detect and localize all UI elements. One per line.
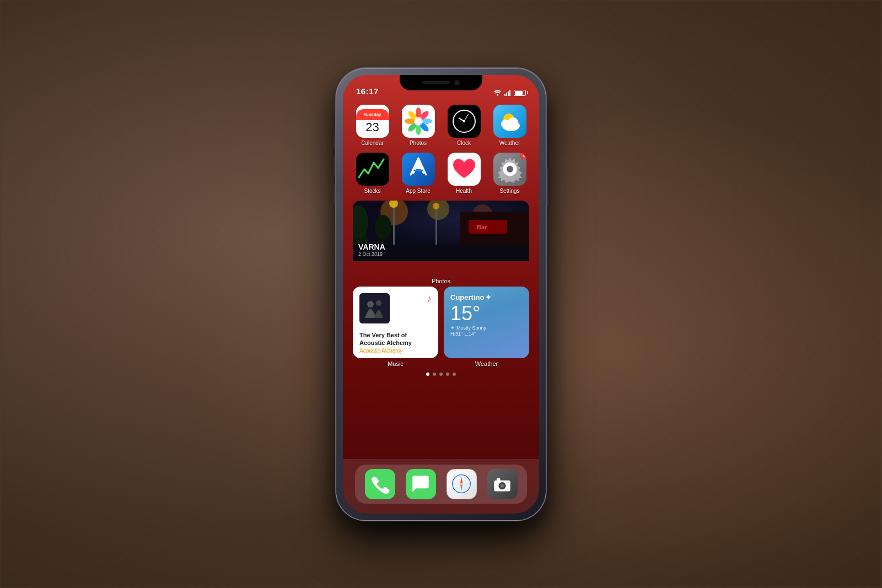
iphone-frame: 16:17 (336, 68, 546, 520)
svg-point-42 (376, 300, 381, 306)
svg-point-0 (497, 94, 498, 95)
svg-rect-33 (469, 220, 507, 234)
music-header: ♪ (359, 293, 432, 323)
location-icon (486, 294, 491, 300)
dock-safari[interactable] (447, 469, 477, 499)
stocks-svg (356, 153, 389, 186)
calendar-date: 23 (365, 121, 379, 133)
phone-icon (370, 474, 390, 494)
app-item-weather[interactable]: Weather (490, 105, 529, 146)
weather-city: Cupertino (450, 293, 523, 301)
dock (343, 459, 539, 514)
mute-button[interactable] (335, 134, 336, 148)
stocks-label: Stocks (364, 188, 380, 194)
dock-inner (355, 465, 527, 504)
camera-icon (492, 474, 512, 494)
svg-rect-2 (506, 93, 507, 96)
photos-widget-image: Bar VARNA 2 Oct 201 (353, 201, 529, 261)
health-svg (448, 153, 481, 186)
svg-rect-52 (497, 478, 501, 481)
home-screen: Tuesday 23 Calendar (343, 99, 539, 514)
svg-rect-1 (504, 94, 505, 96)
weather-hi-lo: H:31° L:14° (450, 331, 523, 337)
varna-overlay: VARNA 2 Oct 2019 (358, 242, 385, 257)
app-item-stocks[interactable]: Stocks (353, 153, 392, 194)
page-dot-4[interactable] (446, 373, 449, 376)
health-icon (448, 153, 481, 186)
page-dot-1[interactable] (426, 373, 429, 376)
messages-icon (411, 474, 431, 494)
svg-point-31 (375, 215, 391, 239)
notch (400, 75, 482, 90)
calendar-day: Tuesday (356, 109, 389, 120)
app-item-health[interactable]: Health (444, 153, 483, 194)
page-dot-3[interactable] (439, 373, 443, 376)
svg-point-53 (507, 482, 508, 483)
svg-point-23 (507, 166, 513, 172)
photos-icon (402, 105, 435, 138)
app-item-clock[interactable]: Clock (444, 105, 483, 146)
volume-up-button[interactable] (335, 157, 336, 176)
appstore-svg (402, 153, 435, 186)
svg-text:Bar: Bar (477, 224, 487, 230)
app-grid-row2: Stocks (353, 153, 529, 194)
app-grid-row1: Tuesday 23 Calendar (353, 105, 529, 146)
svg-point-51 (501, 484, 503, 487)
app-item-appstore[interactable]: App Store (399, 153, 438, 194)
wifi-icon (493, 90, 502, 96)
battery-fill (515, 91, 523, 95)
weather-condition: ☀ Mostly Sunny (450, 325, 523, 331)
photos-label: Photos (410, 140, 427, 146)
power-button[interactable] (546, 168, 547, 206)
svg-rect-3 (508, 91, 509, 96)
svg-point-18 (508, 117, 518, 127)
calendar-icon: Tuesday 23 (356, 105, 389, 138)
music-note-icon: ♪ (427, 293, 432, 305)
signal-icon (504, 90, 511, 96)
weather-widget[interactable]: Cupertino 15° ☀ Mostly Sunny (444, 287, 529, 358)
app-item-photos[interactable]: Photos (399, 105, 438, 146)
appstore-label: App Store (406, 188, 430, 194)
music-artist: Acoustic Alchemy (359, 348, 432, 354)
music-title: The Very Best of Acoustic Alchemy (359, 331, 432, 347)
health-label: Health (456, 188, 472, 194)
weather-widget-container: Cupertino 15° ☀ Mostly Sunny (444, 287, 529, 367)
status-icons (493, 90, 526, 96)
varna-name: VARNA (358, 242, 385, 251)
page-dot-5[interactable] (453, 373, 456, 376)
photos-widget-label: Photos (353, 278, 529, 284)
app-item-settings[interactable]: 2 Settings (490, 153, 529, 194)
music-widget-label: Music (353, 360, 438, 367)
clock-face (453, 110, 476, 133)
weather-widget-label: Weather (444, 360, 529, 367)
status-time: 16:17 (356, 87, 379, 96)
svg-rect-4 (509, 90, 510, 96)
svg-point-14 (414, 117, 423, 126)
speaker (422, 81, 450, 84)
weather-icon (493, 105, 526, 138)
varna-date: 2 Oct 2019 (358, 251, 385, 257)
volume-down-button[interactable] (335, 184, 336, 203)
page-dot-2[interactable] (433, 373, 436, 376)
clock-icon (448, 105, 481, 138)
safari-icon (451, 474, 471, 494)
settings-icon: 2 (493, 153, 526, 186)
battery-icon (514, 90, 526, 96)
weather-label: Weather (499, 140, 520, 146)
svg-rect-40 (359, 293, 390, 323)
album-art-svg (359, 293, 390, 323)
music-widget-container: ♪ The Very Best of Acoustic Alchemy Acou… (353, 287, 438, 367)
clock-center (463, 120, 465, 122)
photos-svg (402, 105, 435, 138)
svg-point-39 (433, 203, 439, 209)
dock-phone[interactable] (365, 469, 395, 499)
music-widget[interactable]: ♪ The Very Best of Acoustic Alchemy Acou… (353, 287, 438, 358)
photos-widget[interactable]: Bar VARNA 2 Oct 201 (353, 201, 529, 272)
calendar-label: Calendar (361, 140, 384, 146)
photos-widget-container: Bar VARNA 2 Oct 201 (353, 201, 529, 284)
front-camera (454, 80, 460, 85)
dock-messages[interactable] (406, 469, 436, 499)
dock-camera[interactable] (487, 469, 518, 499)
music-album-art (359, 293, 390, 323)
app-item-calendar[interactable]: Tuesday 23 Calendar (353, 105, 392, 146)
